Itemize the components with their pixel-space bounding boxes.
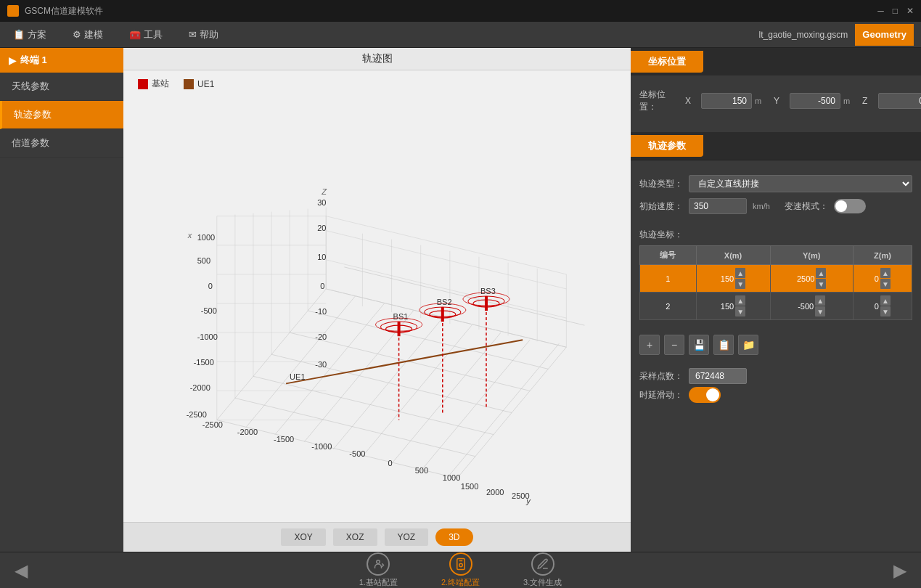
svg-line-3 [271,354,512,412]
coord-section-header: 坐标位置 [631,48,921,75]
save-button[interactable]: 💾 [689,335,709,355]
y-unit: m [843,97,856,105]
nav-next-button[interactable]: ▶ [893,560,906,581]
filename-label: lt_gaotie_moxing.gscm [759,30,856,40]
coord-header-btn[interactable]: 坐标位置 [631,51,703,73]
row1-y: 2500 ▲ ▼ [770,265,853,293]
col-header-z: Z(m) [853,246,912,265]
add-row-button[interactable]: + [639,335,660,355]
row2-x-up[interactable]: ▲ [735,295,745,306]
row2-y-up[interactable]: ▲ [815,295,825,306]
close-button[interactable]: ✕ [906,6,914,16]
svg-text:20: 20 [317,224,326,232]
svg-text:-1000: -1000 [311,442,332,451]
sample-value: 672448 [689,368,747,384]
menu-item-help[interactable]: ✉ 帮助 [183,25,224,44]
minus-icon: − [671,339,677,351]
svg-text:-2500: -2500 [187,410,207,419]
svg-point-95 [377,560,380,564]
row2-y-down[interactable]: ▼ [815,306,825,317]
row2-x-down[interactable]: ▼ [735,306,745,317]
delay-label: 时延滑动： [639,389,683,401]
chart-area: 基站 UE1 [123,70,631,522]
view-yoz-button[interactable]: YOZ [385,528,429,546]
track-header-btn[interactable]: 轨迹参数 [631,135,703,157]
legend-bs: 基站 [138,78,169,90]
step-3[interactable]: 3.文件生成 [523,552,562,588]
track-type-select[interactable]: 自定义直线拼接 [689,175,912,192]
coord-z-input[interactable] [878,93,921,109]
table-row-1[interactable]: 1 150 ▲ ▼ 2500 [640,265,912,293]
svg-text:y: y [525,497,531,505]
sample-row: 采样点数： 672448 [639,368,912,384]
row1-x-up[interactable]: ▲ [735,268,745,278]
bottom-steps: 1.基站配置 2.终端配置 3.文件生成 [359,552,562,588]
svg-line-13 [362,325,471,457]
copy-button[interactable]: 📋 [713,335,734,355]
row2-z-down[interactable]: ▼ [880,306,891,317]
sidebar-item-antenna[interactable]: 天线参数 [0,73,123,101]
copy-icon: 📋 [718,339,730,351]
track-section: 轨迹类型： 自定义直线拼接 初始速度： km/h 变速模式： [631,160,921,229]
delay-knob [706,388,719,401]
row2-x: 150 ▲ ▼ [696,293,770,320]
speed-label: 初始速度： [639,200,683,213]
view-xoz-button[interactable]: XOZ [333,528,377,546]
svg-text:-1500: -1500 [194,358,214,367]
svg-line-7 [344,267,584,325]
row2-z-up[interactable]: ▲ [880,295,891,306]
minimize-button[interactable]: ─ [877,6,884,16]
view-xoy-button[interactable]: XOY [281,528,325,546]
svg-text:-10: -10 [315,307,327,316]
view-3d-button[interactable]: 3D [435,528,472,546]
delay-toggle[interactable] [689,387,721,403]
track-type-row: 轨迹类型： 自定义直线拼接 [639,175,912,192]
coord-y-input[interactable] [790,93,840,109]
nav-prev-button[interactable]: ◀ [15,560,28,581]
titlebar: GSCM信道建模软件 ─ □ ✕ [0,0,921,22]
row1-x-down[interactable]: ▼ [735,279,745,289]
step-2-icon [449,552,472,576]
remove-row-button[interactable]: − [664,335,684,355]
terminal-tab[interactable]: ▶ 终端 1 [0,48,123,73]
legend-ue: UE1 [184,78,214,90]
geometry-label: Geometry [855,24,914,46]
step-1[interactable]: 1.基站配置 [359,552,398,588]
coord-x-input[interactable] [701,93,752,109]
svg-text:1000: 1000 [197,233,216,242]
table-title: 轨迹坐标： [639,229,912,241]
row1-y-down[interactable]: ▼ [816,279,826,289]
coord-label: 坐标位置： [639,89,679,113]
svg-line-11 [304,311,413,442]
svg-line-1 [235,398,475,456]
sidebar-item-track[interactable]: 轨迹参数 [0,101,123,129]
speed-input[interactable] [689,198,747,214]
row1-z-up[interactable]: ▲ [880,268,891,278]
row1-y-up[interactable]: ▲ [816,268,826,278]
row1-z-down[interactable]: ▼ [880,279,891,289]
svg-text:1500: 1500 [461,482,479,491]
col-header-y: Y(m) [770,246,853,265]
sidebar-item-channel[interactable]: 信道参数 [0,129,123,158]
menu-item-tools[interactable]: 🧰 工具 [123,25,168,44]
open-button[interactable]: 📁 [738,335,758,355]
step-2[interactable]: 2.终端配置 [441,552,480,588]
row2-id: 2 [640,293,697,320]
x-unit: m [755,97,768,105]
menu-item-model[interactable]: ⚙ 建模 [67,25,109,44]
z-axis-label: Z [862,96,875,106]
step-3-label: 3.文件生成 [523,577,562,588]
speed-mode-toggle[interactable] [834,199,866,213]
svg-line-35 [326,231,566,289]
svg-line-2 [253,376,494,434]
svg-text:-1500: -1500 [274,435,294,444]
bs2: BS2 [419,298,466,412]
scheme-icon: 📋 [13,29,25,40]
terminal-icon: ▶ [9,55,16,66]
menu-item-scheme[interactable]: 📋 方案 [7,25,52,44]
col-header-x: X(m) [696,246,770,265]
maximize-button[interactable]: □ [893,6,898,16]
titlebar-controls[interactable]: ─ □ ✕ [877,6,914,16]
table-row-2[interactable]: 2 150 ▲ ▼ -500 [640,293,912,320]
coord-z-group: Z m [862,93,921,109]
